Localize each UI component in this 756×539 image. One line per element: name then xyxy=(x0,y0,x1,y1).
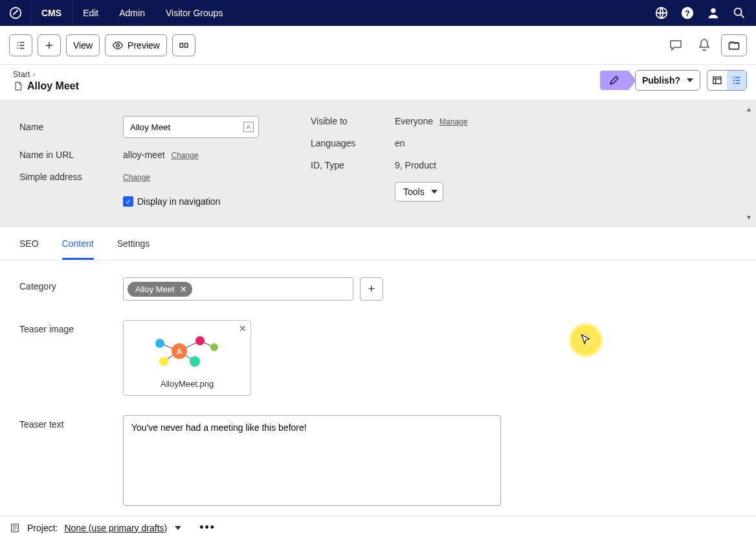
preview-button[interactable]: Preview xyxy=(105,34,167,56)
view-mode-toggle xyxy=(707,70,747,91)
id-type-value: 9, Product xyxy=(395,160,436,170)
page-icon xyxy=(13,81,23,91)
search-icon[interactable] xyxy=(728,1,751,25)
svg-rect-8 xyxy=(184,43,188,47)
category-input[interactable]: Alloy Meet ✕ xyxy=(123,277,353,301)
simple-address-label: Simple address xyxy=(19,172,110,182)
help-icon[interactable]: ? xyxy=(676,1,699,25)
simple-address-change-link[interactable]: Change xyxy=(123,173,150,182)
svg-point-16 xyxy=(155,339,164,348)
project-icon xyxy=(9,522,21,534)
teaser-image-thumb: A xyxy=(139,327,236,375)
chevron-down-icon xyxy=(687,78,693,82)
display-in-nav-label: Display in navigation xyxy=(137,196,220,207)
svg-text:A: A xyxy=(177,347,183,356)
remove-image-icon[interactable]: ✕ xyxy=(239,323,247,334)
remove-tag-icon[interactable]: ✕ xyxy=(180,284,187,294)
comments-icon[interactable] xyxy=(664,34,687,57)
project-label: Project: xyxy=(27,523,58,533)
nav-cms[interactable]: CMS xyxy=(31,0,72,26)
eye-icon xyxy=(112,40,124,51)
svg-point-5 xyxy=(735,8,742,16)
breadcrumb-row: Start› Alloy Meet Publish? xyxy=(0,65,756,100)
visible-to-label: Visible to xyxy=(311,116,382,126)
name-in-url-value: alloy-meet xyxy=(123,150,165,160)
tab-body: Category Alloy Meet ✕ + Teaser image ✕ xyxy=(0,260,756,532)
properties-panel: ▲▼ Name A Name in URL alloy-meet Change … xyxy=(0,100,756,227)
name-in-url-label: Name in URL xyxy=(19,150,110,160)
teaser-text-label: Teaser text xyxy=(19,415,110,430)
languages-value: en xyxy=(395,138,405,148)
category-label: Category xyxy=(19,277,110,292)
chevron-down-icon xyxy=(431,190,438,194)
teaser-text-input[interactable] xyxy=(123,415,501,506)
svg-point-19 xyxy=(159,357,168,366)
id-type-label: ID, Type xyxy=(311,160,382,170)
logo[interactable] xyxy=(0,0,31,26)
edit-status-badge xyxy=(600,71,628,90)
compare-button[interactable] xyxy=(172,34,195,56)
svg-point-6 xyxy=(117,43,120,47)
notifications-icon[interactable] xyxy=(693,34,716,57)
nav-visitor-groups[interactable]: Visitor Groups xyxy=(155,0,233,26)
visible-to-value: Everyone xyxy=(395,116,433,126)
add-button[interactable] xyxy=(38,34,61,56)
project-more-button[interactable]: ••• xyxy=(199,521,216,534)
view-mode-form[interactable] xyxy=(727,71,746,90)
svg-text:?: ? xyxy=(685,8,690,18)
content-tabs: SEO Content Settings xyxy=(0,227,756,260)
chevron-down-icon xyxy=(175,526,181,530)
svg-point-18 xyxy=(210,343,218,351)
project-selector[interactable]: None (use primary drafts) xyxy=(64,523,167,533)
tab-settings[interactable]: Settings xyxy=(117,238,150,260)
teaser-image-card[interactable]: ✕ A AlloyMeet.png xyxy=(123,320,251,396)
toolbar: View Preview xyxy=(0,26,756,65)
globe-icon[interactable] xyxy=(650,1,673,25)
chevron-right-icon: › xyxy=(32,70,35,79)
name-in-url-change-link[interactable]: Change xyxy=(171,151,198,160)
display-in-nav-checkbox[interactable]: ✓ xyxy=(123,196,133,207)
svg-rect-7 xyxy=(180,43,183,47)
svg-point-17 xyxy=(195,336,205,345)
svg-rect-10 xyxy=(713,77,721,84)
teaser-image-label: Teaser image xyxy=(19,320,110,334)
page-title: Alloy Meet xyxy=(13,80,79,92)
category-tag[interactable]: Alloy Meet ✕ xyxy=(128,282,192,297)
teaser-image-filename: AlloyMeet.png xyxy=(161,379,214,389)
breadcrumb[interactable]: Start› xyxy=(13,70,79,79)
add-category-button[interactable]: + xyxy=(360,277,383,301)
name-input-suffix-icon[interactable]: A xyxy=(243,122,254,132)
tab-content[interactable]: Content xyxy=(62,238,94,260)
tab-seo[interactable]: SEO xyxy=(19,238,39,260)
visible-to-manage-link[interactable]: Manage xyxy=(439,117,467,126)
name-input[interactable] xyxy=(123,116,259,138)
nav-admin[interactable]: Admin xyxy=(109,0,155,26)
user-icon[interactable] xyxy=(702,1,725,25)
panel-collapse-handles[interactable]: ▲▼ xyxy=(744,100,753,226)
nav-edit[interactable]: Edit xyxy=(72,0,109,26)
tree-panel-button[interactable] xyxy=(9,34,32,56)
name-label: Name xyxy=(19,122,110,132)
publish-dropdown[interactable]: Publish? xyxy=(635,70,700,91)
view-button[interactable]: View xyxy=(66,34,100,56)
tools-dropdown[interactable]: Tools xyxy=(395,182,443,201)
view-mode-layout[interactable] xyxy=(707,71,727,90)
languages-label: Languages xyxy=(311,138,382,148)
svg-point-4 xyxy=(711,8,715,13)
footer-bar: Project: None (use primary drafts) ••• xyxy=(0,516,756,539)
svg-point-20 xyxy=(190,356,200,367)
assets-panel-button[interactable] xyxy=(721,34,747,56)
top-nav: CMS Edit Admin Visitor Groups ? xyxy=(0,0,756,26)
pencil-icon xyxy=(608,75,620,86)
